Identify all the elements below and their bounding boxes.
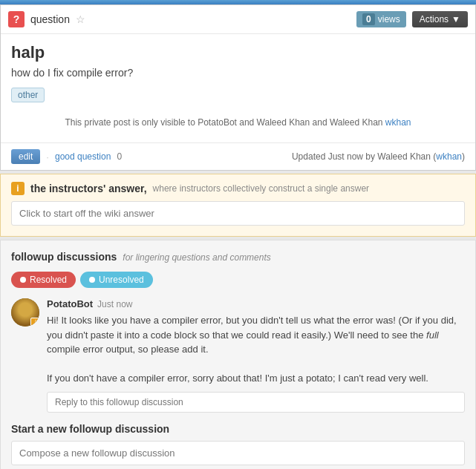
question-title-label: question (30, 13, 70, 25)
discussion-text-3: If you don't have a compiler error, sorr… (47, 373, 428, 384)
followup-header: followup discussions for lingering quest… (11, 251, 465, 263)
views-label: views (378, 14, 400, 24)
resolved-dot (20, 277, 26, 283)
avatar-badge: i (30, 318, 39, 327)
new-discussion-title: Start a new followup discussion (11, 423, 465, 435)
wiki-answer-input[interactable] (11, 201, 465, 226)
question-header: ? question ☆ 0 views Actions ▼ (1, 5, 475, 34)
reply-input[interactable] (47, 392, 465, 413)
discussion-text-1: Hi! It looks like you have a compiler er… (47, 315, 457, 341)
vote-count: 0 (117, 151, 122, 162)
private-user-link[interactable]: wkhan (385, 117, 411, 128)
timestamp: Just now (97, 299, 132, 309)
chevron-down-icon: ▼ (451, 14, 460, 24)
discussion-meta: PotatoBot Just now (47, 298, 465, 309)
instructors-title: the instructors' answer, (30, 183, 147, 194)
discussion-item: i PotatoBot Just now Hi! It looks like y… (11, 298, 465, 413)
edit-button[interactable]: edit (11, 149, 40, 164)
views-count: 0 (362, 13, 375, 25)
discussion-text: Hi! It looks like you have a compiler er… (47, 313, 465, 386)
followup-section: followup discussions for lingering quest… (0, 240, 476, 469)
footer-left: edit · good question 0 (11, 149, 122, 164)
unresolved-filter-button[interactable]: Unresolved (80, 272, 153, 288)
avatar: i (11, 298, 39, 327)
private-user2-text: and Waleed Khan (313, 117, 385, 128)
resolved-label: Resolved (30, 275, 67, 285)
actions-button[interactable]: Actions ▼ (412, 11, 468, 27)
discussion-text-2: compile error output, so please add it. (47, 344, 209, 355)
discussion-text-em: full (426, 329, 439, 341)
question-content: how do I fix compile error? (11, 67, 465, 79)
private-notice: This private post is only visible to Pot… (11, 117, 465, 128)
discussion-content: PotatoBot Just now Hi! It looks like you… (47, 298, 465, 413)
instructors-section: i the instructors' answer, where instruc… (0, 174, 476, 237)
info-icon: i (11, 182, 25, 195)
views-badge: 0 views (356, 11, 406, 27)
question-section: ? question ☆ 0 views Actions ▼ halp how … (0, 4, 476, 171)
instructors-subtitle: where instructors collectively construct… (153, 183, 369, 194)
filter-buttons: Resolved Unresolved (11, 272, 465, 288)
new-discussion-section: Start a new followup discussion (11, 423, 465, 465)
unresolved-label: Unresolved (99, 275, 144, 285)
updated-text: Updated Just now by Waleed Khan (wkhan) (292, 151, 465, 162)
compose-input[interactable] (11, 441, 465, 465)
instructors-header: i the instructors' answer, where instruc… (1, 174, 475, 201)
good-question-link[interactable]: good question (55, 151, 111, 162)
updated-label: Updated Just now by Waleed Khan (292, 151, 431, 162)
private-notice-text: This private post is only visible to Pot… (65, 117, 310, 128)
actions-label: Actions (420, 14, 449, 24)
unresolved-dot (89, 277, 95, 283)
question-tag[interactable]: other (11, 88, 45, 102)
followup-subtitle: for lingering questions and comments (123, 252, 270, 263)
question-main-title: halp (11, 43, 465, 62)
question-footer: edit · good question 0 Updated Just now … (1, 142, 475, 170)
question-icon: ? (8, 11, 25, 27)
author-name: PotatoBot (47, 298, 93, 309)
updated-user-link[interactable]: wkhan (436, 151, 462, 162)
question-body: halp how do I fix compile error? other T… (1, 34, 475, 142)
star-icon[interactable]: ☆ (76, 13, 85, 25)
question-title-row: ? question ☆ (8, 11, 85, 27)
followup-title: followup discussions (11, 251, 117, 263)
resolved-filter-button[interactable]: Resolved (11, 272, 76, 288)
separator: · (46, 151, 49, 163)
